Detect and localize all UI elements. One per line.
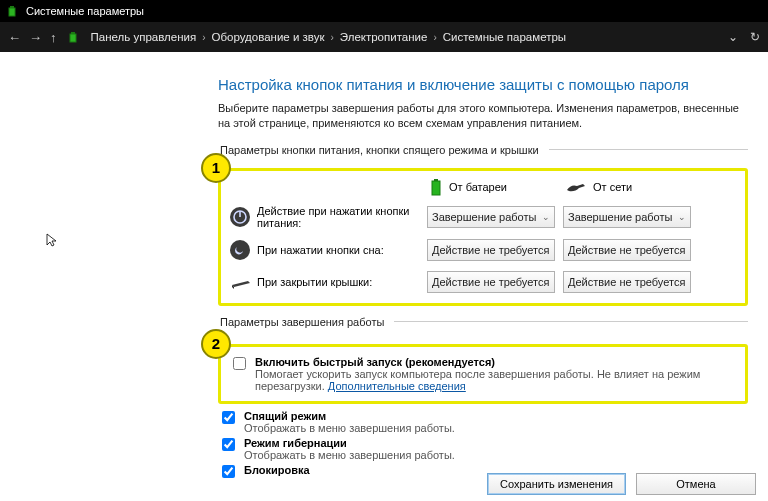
cancel-button[interactable]: Отмена [636, 473, 756, 495]
annotation-badge: 2 [201, 329, 231, 359]
lid-row: При закрытии крышки: Действие не требует… [229, 271, 737, 293]
refresh-icon[interactable]: ↻ [750, 30, 760, 44]
power-button-battery-select[interactable]: Завершение работы⌄ [427, 206, 555, 228]
svg-rect-2 [70, 34, 76, 42]
row-label: При нажатии кнопки сна: [257, 244, 427, 256]
checkbox-description: Отображать в меню завершения работы. [244, 449, 455, 461]
section-legend: Параметры кнопки питания, кнопки спящего… [218, 144, 549, 156]
row-label: При закрытии крышки: [257, 276, 427, 288]
battery-icon [67, 30, 81, 44]
sleep-battery-select[interactable]: Действие не требуется⌄ [427, 239, 555, 261]
navigation-bar: ← → ↑ Панель управления › Оборудование и… [0, 22, 768, 52]
breadcrumb-item[interactable]: Оборудование и звук [212, 31, 325, 43]
chevron-down-icon: ⌄ [542, 277, 550, 287]
breadcrumb: Панель управления › Оборудование и звук … [91, 31, 567, 43]
page-description: Выберите параметры завершения работы для… [218, 101, 748, 132]
chevron-down-icon: ⌄ [678, 245, 686, 255]
annotation-badge: 1 [201, 153, 231, 183]
power-button-row: Действие при нажатии кнопки питания: Зав… [229, 205, 737, 229]
power-icon [229, 206, 251, 228]
svg-point-9 [230, 240, 250, 260]
lid-ac-select[interactable]: Действие не требуется⌄ [563, 271, 691, 293]
sleep-icon [229, 239, 251, 261]
save-button[interactable]: Сохранить изменения [487, 473, 626, 495]
nav-back-icon[interactable]: ← [8, 30, 21, 45]
cursor-icon [45, 232, 61, 248]
svg-rect-3 [71, 32, 75, 34]
checkbox-label: Спящий режим [244, 410, 455, 422]
window-title: Системные параметры [26, 5, 144, 17]
section-legend: Параметры завершения работы [218, 316, 394, 328]
chevron-right-icon: › [330, 32, 333, 43]
power-buttons-section: Параметры кнопки питания, кнопки спящего… [218, 144, 748, 306]
fast-startup-checkbox[interactable] [233, 357, 246, 370]
checkbox-label: Блокировка [244, 464, 310, 476]
laptop-lid-icon [229, 271, 251, 293]
hibernate-checkbox[interactable] [222, 438, 235, 451]
nav-forward-icon[interactable]: → [29, 30, 42, 45]
checkbox-description: Помогает ускорить запуск компьютера посл… [255, 368, 737, 392]
checkbox-description: Отображать в меню завершения работы. [244, 422, 455, 434]
chevron-right-icon: › [433, 32, 436, 43]
chevron-down-icon: ⌄ [678, 212, 686, 222]
shutdown-settings-section: Параметры завершения работы 2 Включить б… [218, 316, 748, 484]
checkbox-label: Режим гибернации [244, 437, 455, 449]
chevron-down-icon: ⌄ [678, 277, 686, 287]
more-info-link[interactable]: Дополнительные сведения [328, 380, 466, 392]
breadcrumb-item[interactable]: Системные параметры [443, 31, 566, 43]
row-label: Действие при нажатии кнопки питания: [257, 205, 427, 229]
breadcrumb-item[interactable]: Электропитание [340, 31, 428, 43]
breadcrumb-item[interactable]: Панель управления [91, 31, 197, 43]
nav-up-icon[interactable]: ↑ [50, 30, 57, 45]
window-titlebar: Системные параметры [0, 0, 768, 22]
svg-rect-0 [9, 8, 15, 16]
page-title: Настройка кнопок питания и включение защ… [218, 76, 748, 93]
battery-icon [429, 177, 443, 197]
dropdown-icon[interactable]: ⌄ [728, 30, 738, 44]
chevron-down-icon: ⌄ [542, 212, 550, 222]
sleep-checkbox[interactable] [222, 411, 235, 424]
svg-rect-5 [434, 179, 438, 181]
svg-rect-1 [10, 6, 14, 8]
chevron-down-icon: ⌄ [542, 245, 550, 255]
sleep-ac-select[interactable]: Действие не требуется⌄ [563, 239, 691, 261]
lock-checkbox[interactable] [222, 465, 235, 478]
column-battery-label: От батареи [449, 181, 507, 193]
plug-icon [565, 180, 587, 194]
checkbox-label: Включить быстрый запуск (рекомендуется) [255, 356, 737, 368]
svg-rect-4 [432, 181, 440, 195]
power-button-ac-select[interactable]: Завершение работы⌄ [563, 206, 691, 228]
lid-battery-select[interactable]: Действие не требуется⌄ [427, 271, 555, 293]
column-ac-label: От сети [593, 181, 632, 193]
battery-icon [6, 4, 20, 18]
sleep-button-row: При нажатии кнопки сна: Действие не треб… [229, 239, 737, 261]
chevron-right-icon: › [202, 32, 205, 43]
